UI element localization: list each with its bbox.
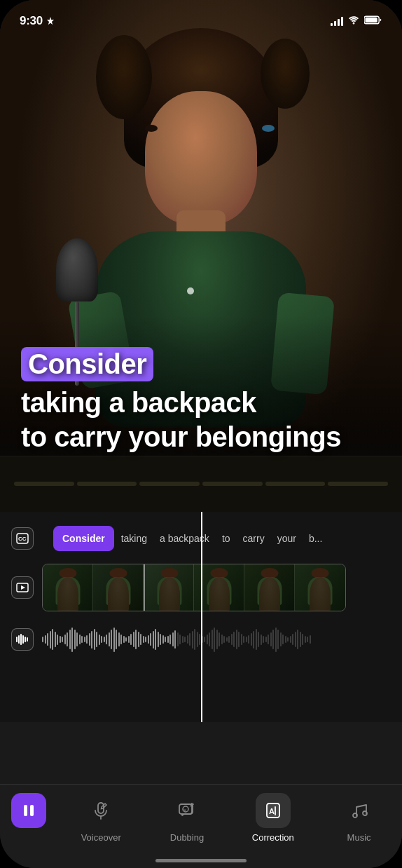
tab-label-dubbing: Dubbing	[170, 832, 204, 843]
video-subtitle: Consider taking a backpack to carry your…	[0, 347, 402, 456]
subtitle-line-2: to carry your belongings	[21, 421, 381, 453]
waveform-bar	[246, 637, 247, 642]
caption-chip-b[interactable]: b...	[303, 526, 328, 551]
waveform-bar	[99, 635, 100, 645]
waveform-bar	[120, 635, 122, 644]
waveform-bar	[123, 636, 125, 643]
waveform-bar	[169, 635, 171, 644]
waveform-bar	[167, 636, 169, 643]
caption-chip-consider[interactable]: Consider	[53, 526, 114, 551]
waveform-bar	[118, 632, 120, 646]
waveform-bar	[162, 635, 164, 644]
voiceover-icon-container[interactable]	[83, 793, 118, 828]
video-track-thumbnails	[42, 564, 346, 611]
waveform-bar	[290, 636, 291, 643]
waveform-bar	[258, 632, 259, 647]
tab-item-correction[interactable]: A Correction	[238, 793, 308, 843]
video-thumb-6	[295, 564, 345, 611]
waveform-bar	[57, 635, 58, 645]
waveform-bar	[177, 632, 179, 646]
waveform-bar	[138, 632, 139, 647]
waveform-bar	[243, 636, 244, 643]
waveform-bar	[172, 632, 174, 646]
waveform-bar	[277, 630, 279, 649]
waveform-bar	[130, 634, 132, 645]
waveform-bar	[67, 632, 68, 646]
waveform-bar	[89, 633, 90, 646]
svg-rect-8	[20, 634, 22, 645]
waveform-bar	[69, 630, 71, 649]
waveform-bar	[287, 637, 289, 642]
waveform-bar	[150, 633, 151, 646]
waveform-bar	[160, 634, 161, 645]
waveform-bar	[233, 632, 235, 647]
svg-text:CC: CC	[18, 536, 27, 542]
subtitle-word-consider: Consider	[21, 347, 153, 381]
music-icon-container[interactable]	[342, 793, 377, 828]
waveform-bar	[101, 636, 102, 643]
waveform-bar	[265, 637, 267, 642]
tab-item-voiceover[interactable]: Voiceover	[66, 793, 136, 843]
waveform-bar	[268, 635, 269, 644]
waveform-bar	[231, 634, 233, 645]
phone-frame: 9:30	[0, 0, 402, 868]
waveform-bar	[194, 629, 195, 650]
waveform-bar	[253, 631, 254, 649]
waveform-bar	[310, 635, 311, 644]
waveform-bar	[64, 635, 66, 644]
waveform-bar	[50, 631, 51, 649]
waveform-bar	[179, 635, 181, 644]
caption-chip-backpack[interactable]: a backpack	[154, 526, 215, 551]
waveform-bar	[111, 630, 112, 649]
waveform-bar	[209, 632, 210, 646]
waveform-bar	[104, 637, 105, 642]
caption-chip-to[interactable]: to	[216, 526, 236, 551]
waveform-bar	[71, 628, 73, 652]
home-indicator	[155, 859, 247, 862]
svg-rect-11	[27, 637, 28, 642]
waveform-bar	[207, 635, 208, 644]
video-area: Consider taking a backpack to carry your…	[0, 0, 402, 512]
waveform-bar	[214, 628, 215, 652]
waveform-bar	[145, 637, 146, 642]
waveform-bar	[135, 630, 137, 649]
waveform-bar	[295, 632, 296, 647]
waveform-bar	[282, 635, 284, 644]
waveform-bar	[74, 630, 76, 649]
video-thumb-2	[93, 564, 144, 611]
waveform-bar	[261, 635, 262, 645]
waveform-bar	[256, 629, 257, 650]
battery-icon	[364, 15, 382, 27]
waveform-bar	[60, 636, 61, 643]
waveform-bar	[226, 637, 228, 642]
waveform-bar	[199, 634, 200, 645]
waveform-bar	[280, 632, 282, 646]
pause-button[interactable]	[11, 793, 46, 828]
voiceover-icon	[90, 799, 112, 822]
tab-item-dubbing[interactable]: Dubbing	[152, 793, 222, 843]
tab-bar: Voiceover Dubbing	[0, 784, 402, 868]
waveform-bar	[109, 632, 110, 646]
subtitle-word-taking: taking a backpack	[21, 387, 256, 419]
caption-chip-carry[interactable]: carry	[237, 526, 270, 551]
waveform-bar	[42, 637, 43, 642]
tab-item-music[interactable]: Music AI DIRECT	[324, 793, 394, 843]
dubbing-icon-container[interactable]	[169, 793, 205, 828]
waveform-bar	[165, 637, 166, 642]
caption-chip-your[interactable]: your	[272, 526, 302, 551]
correction-icon-container[interactable]: A	[256, 793, 291, 828]
waveform-bar	[292, 634, 293, 645]
tab-item-play[interactable]	[8, 793, 50, 828]
waveform-bar	[187, 635, 188, 644]
svg-rect-6	[16, 637, 18, 642]
waveform-bar	[248, 635, 249, 644]
waveform-bar	[238, 632, 240, 647]
waveform-bar	[143, 636, 144, 643]
wifi-icon	[348, 14, 359, 28]
waveform-bar	[241, 634, 242, 645]
svg-rect-12	[24, 805, 27, 816]
waveform-bar	[184, 637, 186, 642]
waveform-bar	[81, 636, 83, 643]
caption-chip-taking[interactable]: taking	[116, 526, 153, 551]
timeline-section[interactable]: CC Consider taking a backpack to carry y…	[0, 512, 402, 722]
